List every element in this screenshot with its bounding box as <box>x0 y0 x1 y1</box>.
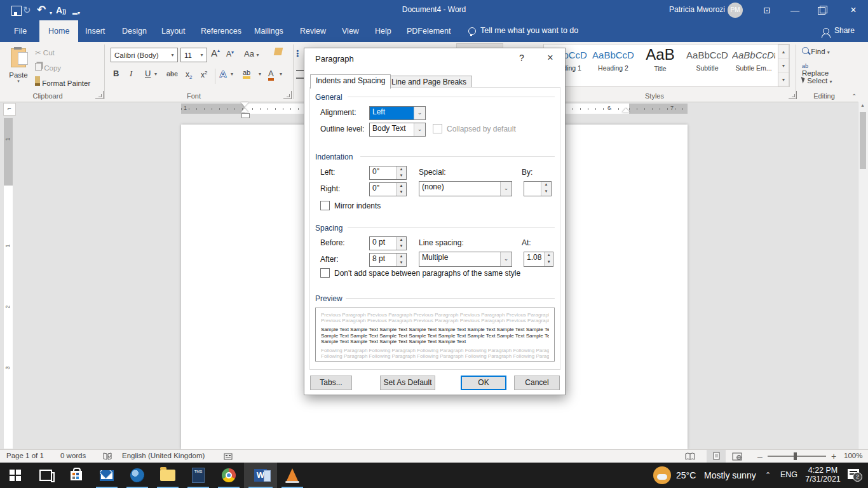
tab-selector[interactable]: ⌐ <box>3 103 16 116</box>
h-ruler-right-margin[interactable]: 7 <box>629 104 688 114</box>
user-name[interactable]: Patricia Mworozi <box>669 5 725 14</box>
taskbar-tms[interactable]: TMS <box>183 463 214 488</box>
style-subtle-emphasis[interactable]: AaBbCcDt Subtle Em... <box>732 44 775 85</box>
tab-review[interactable]: Review <box>291 20 335 42</box>
taskbar-edge[interactable] <box>122 463 153 488</box>
read-mode-icon[interactable] <box>685 452 695 462</box>
paste-dropdown-icon[interactable]: ▾ <box>5 79 32 84</box>
tab-references[interactable]: References <box>192 20 250 42</box>
shrink-font-button[interactable]: A▾ <box>226 50 234 58</box>
change-case-button[interactable]: Aa ▾ <box>244 49 259 58</box>
align-icon[interactable] <box>296 70 304 79</box>
tab-design[interactable]: Design <box>113 20 156 42</box>
after-spinner[interactable]: 8 pt ▲▼ <box>369 253 407 267</box>
copy-button[interactable]: Copy <box>35 63 61 72</box>
weather-temp[interactable]: 25°C <box>676 470 696 480</box>
first-line-indent-marker[interactable] <box>241 102 248 107</box>
share-button[interactable]: Share <box>834 26 855 35</box>
highlight-dropdown-icon[interactable]: ▾ <box>259 71 261 77</box>
format-painter-button[interactable]: Format Painter <box>35 76 90 87</box>
select-button[interactable]: Select ▾ <box>802 76 832 85</box>
text-effects-button[interactable]: A <box>220 69 226 79</box>
h-ruler-left-margin[interactable]: 1 <box>181 104 245 114</box>
cancel-button[interactable]: Cancel <box>514 376 560 390</box>
spin-up-icon[interactable]: ▲ <box>545 252 553 259</box>
font-dialog-launcher[interactable] <box>283 91 292 99</box>
clear-formatting-button[interactable] <box>275 48 282 57</box>
style-heading2[interactable]: AaBbCcD Heading 2 <box>591 44 635 85</box>
taskbar-store[interactable] <box>61 463 92 488</box>
bullet-list-icon[interactable]: ●●● <box>296 50 304 57</box>
notification-icon[interactable]: 2 <box>848 469 859 479</box>
superscript-button[interactable]: x2 <box>201 70 207 79</box>
restore-button[interactable] <box>811 0 832 20</box>
special-combo[interactable]: (none)⌄ <box>419 181 512 196</box>
zoom-in-button[interactable]: + <box>831 451 836 461</box>
strikethrough-button[interactable]: abc <box>166 70 178 78</box>
spin-up-icon[interactable]: ▲ <box>541 182 551 189</box>
macro-icon[interactable] <box>224 452 233 462</box>
word-count[interactable]: 0 words <box>60 452 86 459</box>
by-spinner[interactable]: ▲▼ <box>524 181 552 196</box>
before-spinner[interactable]: 0 pt ▲▼ <box>369 236 407 250</box>
tab-file[interactable]: File <box>5 20 36 42</box>
ribbon-display-options-icon[interactable]: ⊡ <box>756 0 778 20</box>
dont-add-space-checkbox[interactable]: Don't add space between paragraphs of th… <box>320 268 520 278</box>
outline-level-combo[interactable]: Body Text⌄ <box>369 123 426 137</box>
zoom-level[interactable]: 100% <box>844 452 862 459</box>
vertical-scrollbar[interactable]: ▲ <box>858 102 868 449</box>
spin-up-icon[interactable]: ▲ <box>397 166 406 173</box>
replace-button[interactable]: abReplace <box>802 62 829 77</box>
font-name-combo[interactable]: Calibri (Body)▾ <box>111 48 178 62</box>
highlight-button[interactable]: ab <box>243 69 250 76</box>
tab-insert[interactable]: Insert <box>76 20 114 42</box>
tab-view[interactable]: View <box>333 20 368 42</box>
spin-up-icon[interactable]: ▲ <box>397 237 406 243</box>
paste-button[interactable]: Paste ▾ <box>5 46 32 88</box>
language-button[interactable]: ENG <box>780 470 797 479</box>
zoom-slider-track[interactable] <box>768 456 826 457</box>
style-title[interactable]: AaB Title <box>638 44 682 85</box>
clock[interactable]: 4:22 PM7/31/2021 <box>803 466 843 484</box>
weather-desc[interactable]: Mostly sunny <box>704 470 756 480</box>
chevron-down-icon[interactable]: ▾ <box>168 52 177 58</box>
tell-me-box[interactable]: Tell me what you want to do <box>480 26 578 35</box>
underline-dropdown-icon[interactable]: ▾ <box>154 71 157 77</box>
chevron-down-icon[interactable]: ▾ <box>197 52 207 58</box>
chevron-down-icon[interactable]: ⌄ <box>414 123 425 136</box>
undo-dropdown-icon[interactable]: ▾ <box>50 7 52 20</box>
mirror-indents-checkbox[interactable]: Mirror indents <box>320 201 381 210</box>
style-subtitle[interactable]: AaBbCcD Subtitle <box>685 44 729 85</box>
set-as-default-button[interactable]: Set As Default <box>380 376 435 390</box>
left-indent-marker[interactable] <box>241 113 250 118</box>
proofing-icon[interactable] <box>103 452 112 462</box>
tab-layout[interactable]: Layout <box>153 20 194 42</box>
weather-icon[interactable] <box>653 466 671 484</box>
tabs-button[interactable]: Tabs... <box>310 376 352 390</box>
web-layout-icon[interactable] <box>732 452 742 462</box>
task-view-button[interactable] <box>31 463 61 488</box>
subscript-button[interactable]: x2 <box>186 70 192 80</box>
undo-icon[interactable]: ↶ <box>37 4 46 17</box>
indent-right-spinner[interactable]: 0" ▲▼ <box>369 182 407 196</box>
tab-help[interactable]: Help <box>366 20 400 42</box>
zoom-slider-thumb[interactable] <box>794 452 797 460</box>
dialog-close-icon[interactable]: × <box>539 48 561 67</box>
font-color-dropdown-icon[interactable]: ▾ <box>280 71 282 77</box>
v-ruler[interactable]: 1 1 2 3 <box>4 118 13 449</box>
underline-button[interactable]: U <box>145 69 151 78</box>
font-color-button[interactable]: A <box>268 69 274 78</box>
read-aloud-icon[interactable]: A)) <box>56 4 66 18</box>
grow-font-button[interactable]: A▴ <box>211 48 220 58</box>
start-button[interactable] <box>0 463 31 488</box>
taskbar-word[interactable]: W <box>244 463 277 488</box>
taskbar-mail[interactable] <box>92 463 122 488</box>
font-size-combo[interactable]: 11▾ <box>180 48 207 62</box>
avatar[interactable]: PM <box>728 3 743 18</box>
alignment-combo[interactable]: Left⌄ <box>369 106 426 120</box>
tab-pdfelement[interactable]: PDFelement <box>398 20 459 42</box>
spin-up-icon[interactable]: ▲ <box>397 254 406 260</box>
save-icon[interactable] <box>11 6 22 16</box>
indent-left-spinner[interactable]: 0" ▲▼ <box>369 166 407 180</box>
help-icon[interactable]: ? <box>511 48 532 67</box>
